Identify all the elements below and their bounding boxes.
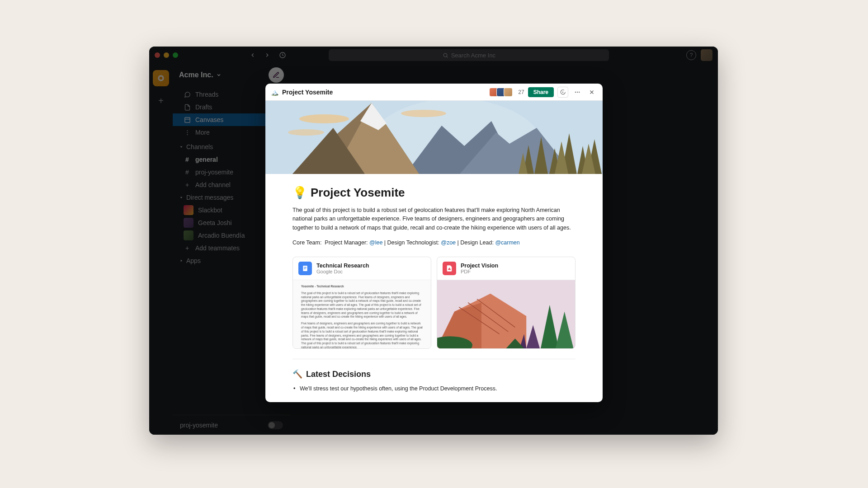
pdf-icon (443, 262, 456, 275)
plus-icon: + (184, 181, 191, 188)
google-doc-icon (298, 262, 312, 275)
window-controls (155, 52, 178, 58)
threads-icon (184, 91, 191, 98)
attachment-project-vision[interactable]: Project Vision PDF (437, 257, 576, 349)
close-button[interactable] (586, 87, 597, 98)
add-workspace-button[interactable]: + (153, 93, 169, 109)
canvases-icon (184, 117, 191, 123)
hash-icon: # (184, 169, 191, 176)
svg-marker-12 (181, 260, 182, 262)
svg-point-16 (579, 91, 580, 92)
attachment-preview: Yosemite - Technical Research The goal o… (293, 280, 431, 348)
sidebar-item-label: Add channel (195, 181, 231, 188)
svg-point-8 (187, 132, 188, 133)
history-button[interactable] (277, 49, 288, 61)
footer-channel-name: proj-yosemite (180, 422, 218, 429)
sidebar-item-label: Drafts (195, 103, 212, 111)
help-button[interactable]: ? (686, 50, 696, 60)
drafts-icon (184, 104, 191, 111)
sidebar-footer: proj-yosemite (173, 415, 290, 435)
channel-label: general (195, 156, 218, 163)
caret-down-icon (179, 195, 184, 200)
svg-point-13 (562, 92, 563, 92)
svg-point-23 (401, 110, 446, 117)
chevron-down-icon (216, 72, 222, 78)
mention-zoe[interactable]: @zoe (441, 239, 456, 246)
doc-subheading-text: Latest Decisions (306, 370, 371, 379)
back-button[interactable] (247, 49, 259, 61)
workspace-name: Acme Inc. (179, 71, 213, 79)
decision-item: We'll stress test our hypothesis often, … (292, 385, 576, 392)
svg-marker-11 (180, 197, 183, 198)
mention-carmen[interactable]: @carmen (495, 239, 519, 246)
search-icon (443, 52, 448, 58)
minimize-window-button[interactable] (164, 52, 169, 58)
svg-rect-42 (304, 269, 305, 269)
attachment-preview-image (437, 280, 575, 348)
sidebar-header[interactable]: Acme Inc. (173, 64, 290, 86)
search-input[interactable]: Search Acme Inc (329, 49, 609, 61)
mountain-icon: 🏔️ (271, 89, 278, 96)
attachments-row: Technical Research Google Doc Yosemite -… (292, 257, 576, 349)
more-icon (184, 129, 191, 136)
search-placeholder: Search Acme Inc (451, 52, 495, 59)
doc-heading: 💡 Project Yosemite (292, 186, 576, 200)
attachment-technical-research[interactable]: Technical Research Google Doc Yosemite -… (292, 257, 431, 349)
svg-rect-41 (304, 268, 306, 268)
more-actions-button[interactable] (572, 87, 583, 98)
svg-marker-10 (180, 146, 183, 148)
nav-arrows (247, 49, 288, 61)
canvas-header: 🏔️ Project Yosemite 27 Share (265, 84, 603, 101)
presence-avatar (184, 205, 193, 215)
caret-right-icon (179, 258, 184, 263)
member-count: 27 (518, 89, 524, 95)
doc-subheading: 🔨 Latest Decisions (292, 369, 576, 379)
doc-core-team: Core Team: Project Manager: @lee | Desig… (292, 239, 576, 246)
canvas-title: Project Yosemite (282, 89, 333, 96)
channel-label: proj-yosemite (195, 169, 233, 176)
share-button[interactable]: Share (528, 87, 554, 97)
svg-rect-39 (303, 266, 307, 271)
svg-point-9 (187, 134, 188, 135)
svg-rect-5 (184, 117, 189, 122)
canvas-modal: 🏔️ Project Yosemite 27 Share (265, 84, 603, 402)
forward-button[interactable] (261, 49, 273, 61)
mention-lee[interactable]: @lee (369, 239, 382, 246)
doc-intro: The goal of this project is to build a r… (292, 206, 576, 232)
sidebar-item-label: Add teammates (195, 244, 240, 252)
gavel-icon: 🔨 (292, 369, 302, 379)
svg-point-7 (187, 130, 188, 131)
compose-button[interactable] (269, 67, 284, 83)
canvas-hero-image (265, 101, 603, 174)
dm-label: Arcadio Buendía (198, 232, 245, 239)
plus-icon: + (184, 244, 191, 252)
svg-point-1 (443, 53, 447, 57)
workspace-switcher[interactable] (153, 70, 169, 86)
user-avatar[interactable] (701, 49, 712, 61)
dm-label: Slackbot (198, 206, 222, 214)
presence-avatar (184, 230, 193, 240)
sidebar-item-label: Threads (195, 91, 218, 98)
canvas-body[interactable]: 💡 Project Yosemite The goal of this proj… (265, 174, 603, 402)
comments-button[interactable] (557, 87, 568, 98)
divider (292, 359, 576, 359)
caret-down-icon (179, 145, 184, 149)
sidebar-item-label: Canvases (195, 116, 223, 123)
attachment-title: Project Vision (461, 263, 498, 269)
svg-rect-40 (304, 267, 306, 267)
svg-point-22 (288, 129, 324, 136)
maximize-window-button[interactable] (173, 52, 178, 58)
attachment-subtitle: PDF (461, 269, 498, 274)
avatar (504, 88, 513, 97)
hash-icon: # (184, 156, 191, 163)
close-window-button[interactable] (155, 52, 160, 58)
svg-point-4 (160, 77, 163, 80)
huddle-toggle[interactable] (268, 421, 283, 429)
svg-point-14 (575, 91, 576, 92)
attachment-title: Technical Research (316, 263, 369, 269)
lightbulb-icon: 💡 (292, 186, 307, 200)
member-avatars[interactable] (489, 88, 513, 97)
titlebar: Search Acme Inc ? (149, 47, 718, 64)
close-icon (589, 89, 595, 95)
svg-point-21 (299, 114, 349, 123)
